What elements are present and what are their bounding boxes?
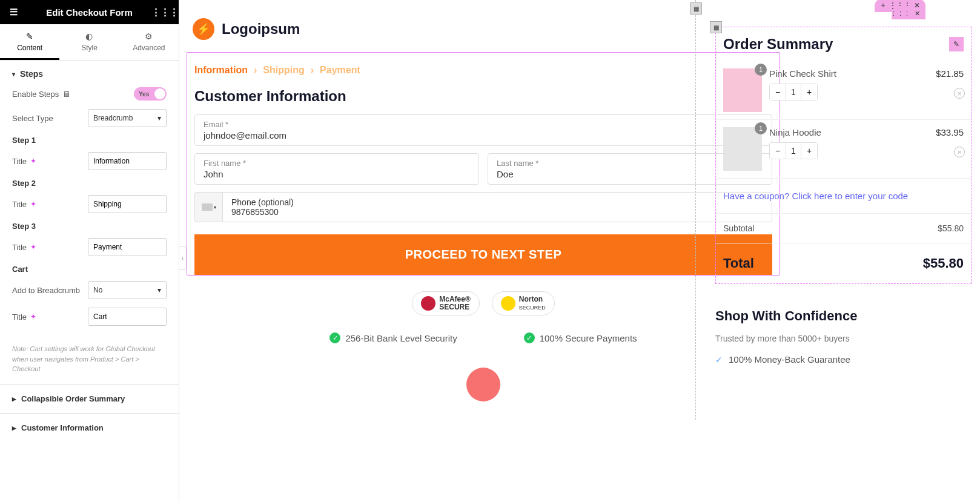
phone-field[interactable]: Phone (optional) 9876855300	[222, 192, 772, 222]
add-breadcrumb-label: Add to Breadcrumb	[12, 286, 80, 295]
enable-steps-label: Enable Steps 🖥	[12, 90, 70, 99]
chevron-down-icon: ▾	[157, 286, 161, 294]
confidence-section: Shop With Confidence Trusted by more tha…	[696, 296, 980, 384]
qty-badge: 1	[755, 64, 767, 76]
column-handle[interactable]: ▦	[690, 2, 702, 15]
breadcrumb-payment[interactable]: Payment	[320, 65, 360, 76]
desktop-icon: 🖥	[62, 90, 70, 99]
security-item-2: ✓ 100% Secure Payments	[524, 332, 637, 343]
cart-note: Note: Cart settings will work for Global…	[0, 344, 179, 384]
cart-item: 1 Pink Check Shirt − 1 + $21.85 ✕	[716, 61, 971, 120]
qty-value: 1	[786, 143, 801, 159]
tab-content[interactable]: ✎ Content	[0, 24, 59, 60]
edit-widget-button[interactable]: ✎	[949, 37, 964, 51]
phone-country-select[interactable]: ▾	[194, 192, 222, 222]
cart-title-input[interactable]	[88, 308, 167, 326]
pencil-icon: ✎	[2, 31, 57, 41]
gear-icon: ⚙	[122, 31, 176, 41]
total-value: $55.80	[923, 256, 964, 271]
caret-right-icon: ▸	[12, 394, 16, 403]
section-steps-content: Enable Steps 🖥 Yes Select Type Breadcrum…	[0, 87, 179, 344]
step1-title-input[interactable]	[88, 152, 167, 170]
qty-plus-button[interactable]: +	[801, 84, 817, 100]
check-circle-icon: ✓	[524, 332, 535, 343]
flag-icon	[202, 203, 213, 211]
confidence-title: Shop With Confidence	[715, 308, 972, 324]
coupon-link[interactable]: Have a coupon? Click here to enter your …	[716, 179, 971, 214]
sparkle-icon: ✦	[30, 200, 36, 208]
inner-column-handle[interactable]: ▦	[710, 21, 722, 33]
step2-title-input[interactable]	[88, 195, 167, 213]
product-name: Ninja Hoodie	[769, 127, 929, 137]
editor-left-panel: ☰ Edit Checkout Form ⋮⋮⋮ ✎ Content ◐ Sty…	[0, 0, 179, 420]
remove-item-button[interactable]: ✕	[954, 147, 965, 157]
chevron-down-icon: ▾	[214, 205, 216, 210]
close-widget-button[interactable]: ✕	[909, 7, 925, 19]
product-price: $33.95	[936, 127, 964, 137]
select-type-label: Select Type	[12, 114, 53, 123]
sparkle-icon: ✦	[30, 312, 36, 321]
check-circle-icon: ✓	[329, 332, 340, 343]
panel-body: ▾ Steps Enable Steps 🖥 Yes Select Type B…	[0, 61, 179, 420]
email-field[interactable]: Email * johndoe@email.com	[194, 114, 772, 146]
breadcrumb-shipping[interactable]: Shipping	[263, 65, 304, 76]
remove-item-button[interactable]: ✕	[954, 88, 965, 99]
qty-minus-button[interactable]: −	[770, 84, 786, 100]
panel-title: Edit Checkout Form	[46, 7, 133, 18]
collapsible-customer-info[interactable]: ▸ Customer Information	[0, 413, 179, 420]
step3-title-input[interactable]	[88, 238, 167, 256]
menu-icon[interactable]: ☰	[7, 6, 19, 18]
check-icon: ✓	[715, 355, 723, 365]
qty-control: − 1 +	[769, 142, 818, 159]
subtotal-value: $55.80	[938, 223, 964, 233]
drag-widget-button[interactable]: ⋮⋮⋮	[892, 7, 909, 19]
phone-field-wrap: ▾ Phone (optional) 9876855300	[194, 192, 772, 222]
checkout-breadcrumb: Information › Shipping › Payment	[187, 65, 780, 88]
collapsible-order-summary[interactable]: ▸ Collapsible Order Summary	[0, 384, 179, 413]
product-image: 1	[723, 68, 762, 112]
checkout-form-widget[interactable]: Information › Shipping › Payment Custome…	[187, 52, 780, 276]
editor-canvas: + ⋮⋮⋮ ✕ ⚡ Logoipsum Information › Shippi…	[187, 0, 980, 420]
cart-title-label: Title✦	[12, 312, 36, 322]
section-steps-header[interactable]: ▾ Steps	[0, 61, 179, 87]
collapse-panel-button[interactable]: ‹	[179, 246, 187, 270]
total-row: Total $55.80	[716, 243, 971, 283]
customer-info-title: Customer Information	[187, 88, 780, 114]
grid-icon[interactable]: ⋮⋮⋮	[159, 6, 171, 18]
panel-header: ☰ Edit Checkout Form ⋮⋮⋮	[0, 0, 179, 24]
cart-item: 1 Ninja Hoodie − 1 + $33.95 ✕	[716, 120, 971, 179]
product-image: 1	[723, 127, 762, 171]
first-name-field[interactable]: First name * John	[194, 153, 479, 185]
right-column: ▦ ⋮⋮⋮ ✕ ▦ Order Summary ✎ 1 Pink Check S…	[695, 0, 980, 420]
logo-icon: ⚡	[193, 18, 214, 40]
breadcrumb-information[interactable]: Information	[194, 65, 248, 76]
widget-toolbar: ⋮⋮⋮ ✕	[892, 7, 925, 19]
qty-minus-button[interactable]: −	[770, 143, 786, 159]
qty-badge: 1	[755, 122, 767, 134]
tab-advanced[interactable]: ⚙ Advanced	[119, 24, 179, 60]
logo-text: Logoipsum	[222, 21, 300, 38]
qty-value: 1	[786, 84, 801, 100]
tab-style[interactable]: ◐ Style	[59, 24, 119, 60]
contrast-icon: ◐	[62, 31, 116, 41]
order-summary-widget[interactable]: ▦ Order Summary ✎ 1 Pink Check Shirt − 1…	[715, 27, 972, 284]
select-type-dropdown[interactable]: Breadcrumb ▾	[88, 109, 167, 127]
chevron-down-icon: ▾	[157, 114, 161, 122]
proceed-button[interactable]: PROCEED TO NEXT STEP	[194, 234, 772, 275]
step3-heading: Step 3	[12, 222, 167, 231]
cart-heading: Cart	[12, 265, 167, 274]
order-summary-title: Order Summary	[723, 36, 833, 53]
step2-heading: Step 2	[12, 179, 167, 188]
confidence-item: ✓ 100% Money-Back Guarantee	[715, 354, 972, 365]
product-name: Pink Check Shirt	[769, 68, 929, 79]
add-breadcrumb-dropdown[interactable]: No ▾	[88, 281, 167, 299]
qty-plus-button[interactable]: +	[801, 143, 817, 159]
enable-steps-toggle[interactable]: Yes	[134, 87, 167, 101]
sparkle-icon: ✦	[30, 157, 36, 165]
mcafee-badge: McAfee®SECURE	[412, 291, 480, 315]
chevron-right-icon: ›	[311, 65, 314, 76]
panel-tabs: ✎ Content ◐ Style ⚙ Advanced	[0, 24, 179, 61]
toggle-knob	[154, 88, 165, 99]
step2-title-label: Title✦	[12, 200, 36, 209]
testimonial-avatar	[466, 368, 500, 401]
